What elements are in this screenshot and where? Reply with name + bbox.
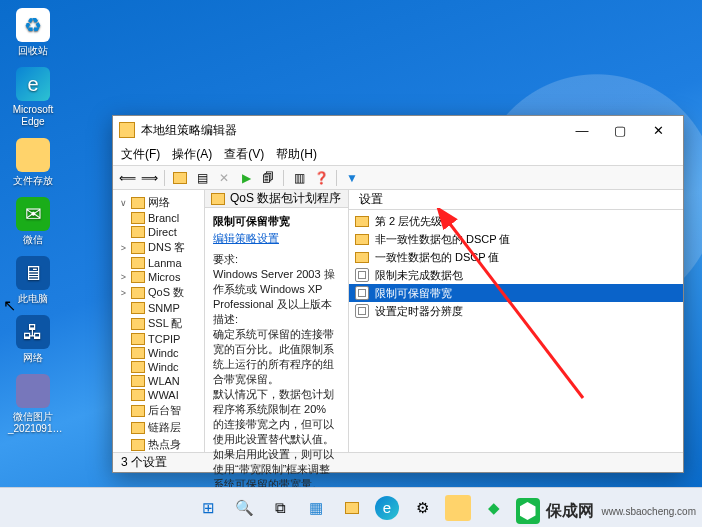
widgets-button[interactable]: ▦ — [303, 495, 329, 521]
toolbar-btn-4[interactable]: ▤ — [192, 168, 212, 188]
explorer-button[interactable] — [339, 495, 365, 521]
folder-icon — [131, 271, 145, 283]
statusbar: 3 个设置 — [113, 452, 683, 472]
tree-label: SNMP — [148, 302, 180, 314]
tree-label: WLAN — [148, 375, 180, 387]
folder-icon — [131, 422, 145, 434]
tree-label: Lanma — [148, 257, 182, 269]
desktop-icon-network[interactable]: 🖧网络 — [8, 315, 58, 364]
toolbar-btn-3[interactable] — [170, 168, 190, 188]
folder-icon — [211, 193, 225, 205]
minimize-button[interactable]: — — [563, 116, 601, 144]
expand-icon[interactable]: > — [119, 272, 128, 282]
expand-icon[interactable]: ∨ — [119, 198, 128, 208]
desktop: ♻回收站eMicrosoft Edge文件存放✉微信🖥此电脑🖧网络微信图片_20… — [0, 0, 702, 487]
list-item[interactable]: 第 2 层优先级值 — [349, 212, 683, 230]
this-pc-icon: 🖥 — [16, 256, 50, 290]
folder-icon — [355, 252, 369, 263]
tree-node[interactable]: TCPIP — [113, 332, 204, 346]
folder-icon — [131, 242, 145, 254]
edge-taskbar[interactable]: e — [375, 496, 399, 520]
tree-node[interactable]: WLAN — [113, 374, 204, 388]
menu-item-2[interactable]: 查看(V) — [224, 146, 264, 163]
app-taskbar-1[interactable] — [445, 495, 471, 521]
tree-node[interactable]: 热点身 — [113, 436, 204, 452]
toolbar-btn-1: ⟹ — [139, 168, 159, 188]
folder-icon — [131, 405, 145, 417]
toolbar-btn-7[interactable]: 🗐 — [258, 168, 278, 188]
edge-icon: e — [16, 67, 50, 101]
folder-icon — [355, 234, 369, 245]
app-taskbar-2[interactable]: ◆ — [481, 495, 507, 521]
policy-icon — [355, 286, 369, 300]
menu-item-0[interactable]: 文件(F) — [121, 146, 160, 163]
tree-node[interactable]: >QoS 数 — [113, 284, 204, 301]
policy-icon — [355, 304, 369, 318]
tree-node[interactable]: Brancl — [113, 211, 204, 225]
tree-label: DNS 客 — [148, 240, 185, 255]
search-button[interactable]: 🔍 — [231, 495, 257, 521]
tree-node[interactable]: 后台智 — [113, 402, 204, 419]
toolbar-btn-9[interactable]: ▥ — [289, 168, 309, 188]
tree-node[interactable]: SSL 配 — [113, 315, 204, 332]
settings-taskbar[interactable]: ⚙ — [409, 495, 435, 521]
list-item[interactable]: 非一致性数据包的 DSCP 值 — [349, 230, 683, 248]
tree-node[interactable]: >Micros — [113, 270, 204, 284]
tree-node[interactable]: WWAI — [113, 388, 204, 402]
item-label: 第 2 层优先级值 — [375, 214, 453, 229]
maximize-button[interactable]: ▢ — [601, 116, 639, 144]
folder-icon — [131, 212, 145, 224]
task-view-button[interactable]: ⧉ — [267, 495, 293, 521]
tree-node[interactable]: Windc — [113, 360, 204, 374]
toolbar-btn-6[interactable]: ▶ — [236, 168, 256, 188]
toolbar-btn-12[interactable]: ▼ — [342, 168, 362, 188]
tree-node[interactable]: Direct — [113, 225, 204, 239]
tree-node[interactable]: 链路层 — [113, 419, 204, 436]
requirements-text: Windows Server 2003 操作系统或 Windows XP Pro… — [205, 267, 348, 312]
column-header-setting[interactable]: 设置 — [349, 190, 683, 210]
desktop-icon-image[interactable]: 微信图片_2021091… — [8, 374, 58, 435]
tree-label: 热点身 — [148, 437, 181, 452]
requirements-label: 要求: — [205, 252, 348, 267]
list-item[interactable]: 一致性数据包的 DSCP 值 — [349, 248, 683, 266]
start-button[interactable]: ⊞ — [195, 495, 221, 521]
edit-policy-link[interactable]: 编辑策略设置 — [205, 231, 348, 252]
folder-icon — [131, 226, 145, 238]
tree-node[interactable]: >DNS 客 — [113, 239, 204, 256]
toolbar-sep — [164, 170, 165, 186]
folder-icon — [131, 287, 145, 299]
tree-label: WWAI — [148, 389, 179, 401]
desktop-icons: ♻回收站eMicrosoft Edge文件存放✉微信🖥此电脑🖧网络微信图片_20… — [8, 8, 68, 445]
tree-node[interactable]: Windc — [113, 346, 204, 360]
desktop-icon-file-storage[interactable]: 文件存放 — [8, 138, 58, 187]
titlebar[interactable]: 本地组策略编辑器 — ▢ ✕ — [113, 116, 683, 144]
close-button[interactable]: ✕ — [639, 116, 677, 144]
tree-node[interactable]: ∨网络 — [113, 194, 204, 211]
desktop-icon-this-pc[interactable]: 🖥此电脑 — [8, 256, 58, 305]
expand-icon[interactable]: > — [119, 288, 128, 298]
menu-item-1[interactable]: 操作(A) — [172, 146, 212, 163]
desktop-icon-wechat[interactable]: ✉微信 — [8, 197, 58, 246]
item-label: 限制未完成数据包 — [375, 268, 463, 283]
description-text-2: 默认情况下，数据包计划程序将系统限制在 20% 的连接带宽之内，但可以使用此设置… — [205, 387, 348, 447]
nav-tree[interactable]: ∨网络BranclDirect>DNS 客Lanma>Micros>QoS 数S… — [113, 190, 205, 452]
tree-node[interactable]: SNMP — [113, 301, 204, 315]
list-item[interactable]: 限制可保留带宽 — [349, 284, 683, 302]
tree-label: 网络 — [148, 195, 170, 210]
gpedit-window: 本地组策略编辑器 — ▢ ✕ 文件(F)操作(A)查看(V)帮助(H) ⟸⟹▤✕… — [112, 115, 684, 473]
desktop-icon-recycle-bin[interactable]: ♻回收站 — [8, 8, 58, 57]
expand-icon[interactable]: > — [119, 243, 128, 253]
tree-node[interactable]: Lanma — [113, 256, 204, 270]
toolbar-btn-10[interactable]: ❓ — [311, 168, 331, 188]
icon-label: Microsoft Edge — [8, 104, 58, 128]
window-body: ∨网络BranclDirect>DNS 客Lanma>Micros>QoS 数S… — [113, 190, 683, 452]
menu-item-3[interactable]: 帮助(H) — [276, 146, 317, 163]
item-label: 非一致性数据包的 DSCP 值 — [375, 232, 510, 247]
list-item[interactable]: 设置定时器分辨度 — [349, 302, 683, 320]
list-item[interactable]: 限制未完成数据包 — [349, 266, 683, 284]
desktop-icon-edge[interactable]: eMicrosoft Edge — [8, 67, 58, 128]
settings-list[interactable]: 第 2 层优先级值非一致性数据包的 DSCP 值一致性数据包的 DSCP 值限制… — [349, 210, 683, 452]
watermark: 保成网 www.sbaocheng.com — [516, 498, 697, 524]
breadcrumb: QoS 数据包计划程序 — [205, 190, 348, 208]
details-pane: QoS 数据包计划程序 限制可保留带宽 编辑策略设置 要求: Windows S… — [205, 190, 349, 452]
